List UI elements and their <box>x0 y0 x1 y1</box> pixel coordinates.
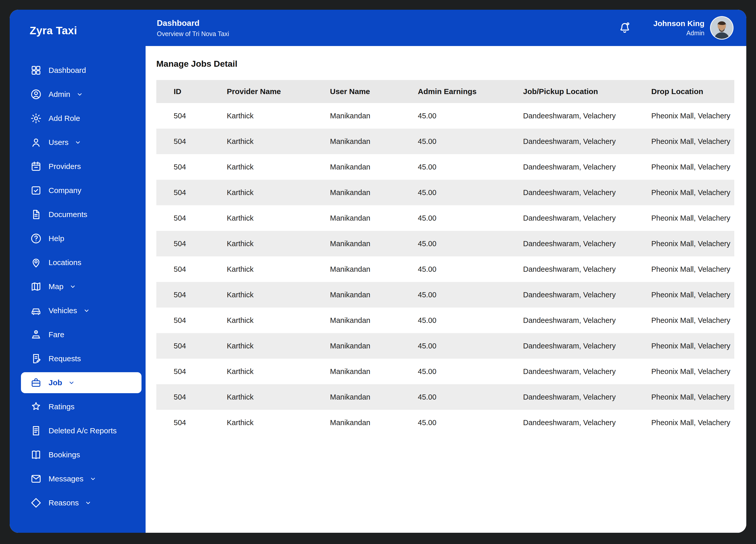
sidebar-item-label: Vehicles <box>49 306 77 315</box>
table-row[interactable]: 504KarthickManikandan45.00Dandeeshwaram,… <box>156 205 734 231</box>
table-row[interactable]: 504KarthickManikandan45.00Dandeeshwaram,… <box>156 103 734 129</box>
table-cell: Dandeeshwaram, Velachery <box>523 316 651 325</box>
table-cell: Dandeeshwaram, Velachery <box>523 342 651 350</box>
main-content: Manage Jobs Detail IDProvider NameUser N… <box>146 46 746 533</box>
table-cell: Manikandan <box>330 265 418 274</box>
table-cell: Pheonix Mall, Velachery <box>651 214 734 222</box>
chevron-down-icon <box>84 499 92 507</box>
sidebar-item-documents[interactable]: Documents <box>10 202 146 226</box>
avatar[interactable] <box>710 16 734 40</box>
fare-icon <box>30 329 42 341</box>
table-cell: Manikandan <box>330 214 418 222</box>
table-row[interactable]: 504KarthickManikandan45.00Dandeeshwaram,… <box>156 282 734 308</box>
vehicles-icon <box>30 305 42 317</box>
table-cell: Manikandan <box>330 112 418 120</box>
table-cell: 504 <box>156 163 227 171</box>
table-cell: Pheonix Mall, Velachery <box>651 265 734 274</box>
table-cell: Manikandan <box>330 188 418 197</box>
locations-icon <box>30 257 42 268</box>
table-cell: Dandeeshwaram, Velachery <box>523 188 651 197</box>
sidebar-item-messages[interactable]: Messages <box>10 467 146 491</box>
table-cell: Pheonix Mall, Velachery <box>651 163 734 171</box>
sidebar-item-locations[interactable]: Locations <box>10 250 146 275</box>
sidebar-item-label: Add Role <box>49 114 80 123</box>
sidebar-item-add-role[interactable]: Add Role <box>10 106 146 130</box>
table-cell: Dandeeshwaram, Velachery <box>523 393 651 401</box>
sidebar-item-label: Ratings <box>49 402 75 411</box>
sidebar-item-label: Company <box>49 186 81 195</box>
company-icon <box>30 184 42 196</box>
reasons-icon <box>30 497 42 509</box>
table-cell: Pheonix Mall, Velachery <box>651 393 734 401</box>
table-cell: Dandeeshwaram, Velachery <box>523 163 651 171</box>
table-row[interactable]: 504KarthickManikandan45.00Dandeeshwaram,… <box>156 180 734 205</box>
table-body: 504KarthickManikandan45.00Dandeeshwaram,… <box>156 103 734 435</box>
table-cell: Karthick <box>227 265 330 274</box>
column-header-id: ID <box>156 87 227 96</box>
table-row[interactable]: 504KarthickManikandan45.00Dandeeshwaram,… <box>156 384 734 410</box>
sidebar-item-fare[interactable]: Fare <box>10 323 146 347</box>
column-header-job-pickup-location: Job/Pickup Location <box>523 87 651 96</box>
sidebar-item-label: Messages <box>49 475 84 483</box>
table-row[interactable]: 504KarthickManikandan45.00Dandeeshwaram,… <box>156 359 734 384</box>
sidebar-item-users[interactable]: Users <box>10 130 146 154</box>
table-cell: 504 <box>156 112 227 120</box>
table-cell: 504 <box>156 137 227 146</box>
sidebar-item-requests[interactable]: Requests <box>10 347 146 371</box>
table-cell: Dandeeshwaram, Velachery <box>523 291 651 299</box>
column-header-user-name: User Name <box>330 87 418 96</box>
table-cell: 45.00 <box>418 291 523 299</box>
sidebar-item-label: Dashboard <box>49 66 86 75</box>
table-row[interactable]: 504KarthickManikandan45.00Dandeeshwaram,… <box>156 333 734 359</box>
chevron-down-icon <box>74 138 82 147</box>
sidebar-item-company[interactable]: Company <box>10 178 146 202</box>
sidebar-item-label: Locations <box>49 258 81 267</box>
bell-icon[interactable] <box>618 21 631 34</box>
sidebar-item-job[interactable]: Job <box>21 372 141 393</box>
table-row[interactable]: 504KarthickManikandan45.00Dandeeshwaram,… <box>156 308 734 333</box>
sidebar-item-label: Admin <box>49 90 70 99</box>
table-cell: 45.00 <box>418 419 523 427</box>
sidebar-item-providers[interactable]: Providers <box>10 154 146 178</box>
table-cell: Manikandan <box>330 419 418 427</box>
sidebar-item-admin[interactable]: Admin <box>10 82 146 106</box>
column-header-provider-name: Provider Name <box>227 87 330 96</box>
sidebar-item-label: Users <box>49 138 68 147</box>
table-cell: Manikandan <box>330 291 418 299</box>
table-cell: 45.00 <box>418 214 523 222</box>
table-cell: Karthick <box>227 342 330 350</box>
table-cell: 45.00 <box>418 265 523 274</box>
table-cell: 45.00 <box>418 239 523 248</box>
sidebar-item-help[interactable]: Help <box>10 226 146 250</box>
table-cell: Pheonix Mall, Velachery <box>651 367 734 376</box>
header-right: Johnson King Admin <box>618 16 734 40</box>
table-cell: 45.00 <box>418 393 523 401</box>
table-cell: Karthick <box>227 137 330 146</box>
table-cell: Pheonix Mall, Velachery <box>651 419 734 427</box>
sidebar-item-reasons[interactable]: Reasons <box>10 491 146 515</box>
table-row[interactable]: 504KarthickManikandan45.00Dandeeshwaram,… <box>156 256 734 282</box>
help-icon <box>30 232 42 244</box>
table-row[interactable]: 504KarthickManikandan45.00Dandeeshwaram,… <box>156 154 734 180</box>
sidebar-item-deleted-a-c-reports[interactable]: Deleted A/c Reports <box>10 419 146 443</box>
table-cell: 45.00 <box>418 188 523 197</box>
table-cell: Pheonix Mall, Velachery <box>651 112 734 120</box>
table-cell: Karthick <box>227 316 330 325</box>
table-cell: Karthick <box>227 419 330 427</box>
job-icon <box>30 377 42 389</box>
column-header-admin-earnings: Admin Earnings <box>418 87 523 96</box>
table-cell: Pheonix Mall, Velachery <box>651 188 734 197</box>
table-cell: 504 <box>156 239 227 248</box>
sidebar-item-bookings[interactable]: Bookings <box>10 443 146 467</box>
table-row[interactable]: 504KarthickManikandan45.00Dandeeshwaram,… <box>156 129 734 154</box>
sidebar-item-dashboard[interactable]: Dashboard <box>10 58 146 82</box>
column-header-drop-location: Drop Location <box>651 87 734 96</box>
table-cell: 504 <box>156 342 227 350</box>
sidebar-item-vehicles[interactable]: Vehicles <box>10 299 146 323</box>
table-row[interactable]: 504KarthickManikandan45.00Dandeeshwaram,… <box>156 231 734 256</box>
sidebar-item-ratings[interactable]: Ratings <box>10 395 146 419</box>
chevron-down-icon <box>68 282 77 291</box>
sidebar-item-map[interactable]: Map <box>10 275 146 299</box>
sidebar-item-label: Bookings <box>49 450 80 459</box>
table-row[interactable]: 504KarthickManikandan45.00Dandeeshwaram,… <box>156 410 734 435</box>
